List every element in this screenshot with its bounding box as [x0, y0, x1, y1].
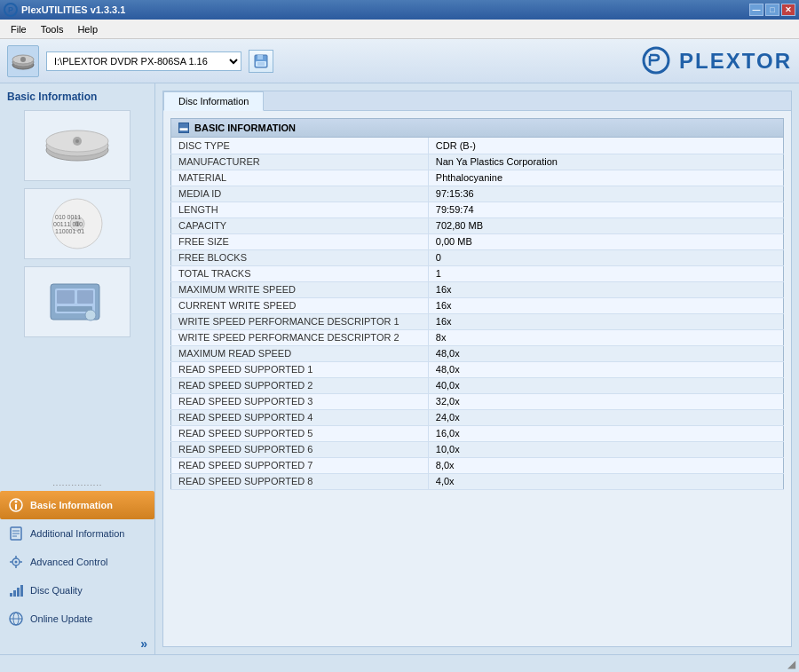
row-value: 16,0x: [428, 425, 783, 441]
svg-point-3: [20, 57, 26, 62]
row-key: READ SPEED SUPPORTED 7: [171, 457, 429, 473]
tab-bar: Disc Information: [163, 91, 791, 111]
sidebar-item-advanced-control[interactable]: Advanced Control: [0, 548, 154, 576]
row-key: READ SPEED SUPPORTED 6: [171, 441, 429, 457]
disc-quality-label: Disc Quality: [30, 585, 83, 596]
row-key: WRITE SPEED PERFORMANCE DESCRIPTOR 1: [171, 313, 429, 329]
row-value: CDR (B-): [428, 138, 783, 154]
menu-file[interactable]: File: [4, 22, 34, 36]
additional-info-icon: [7, 525, 25, 542]
row-key: LENGTH: [171, 202, 429, 217]
row-value: Nan Ya Plastics Corporation: [428, 154, 783, 170]
table-row: READ SPEED SUPPORTED 78,0x: [171, 457, 784, 473]
table-row: READ SPEED SUPPORTED 516,0x: [171, 425, 784, 441]
svg-rect-23: [77, 290, 93, 304]
row-value: 48,0x: [428, 345, 783, 361]
menu-tools[interactable]: Tools: [34, 22, 71, 36]
additional-info-label: Additional Information: [30, 528, 124, 539]
basic-info-label: Basic Information: [30, 500, 113, 510]
svg-text:00111 010: 00111 010: [53, 221, 83, 227]
row-value: 97:15:36: [428, 186, 783, 202]
row-key: CAPACITY: [171, 217, 429, 233]
row-value: 10,0x: [428, 441, 783, 457]
svg-rect-40: [13, 590, 16, 597]
svg-point-27: [15, 501, 18, 503]
row-value: 1: [428, 265, 783, 281]
table-row: MAXIMUM WRITE SPEED16x: [171, 281, 784, 297]
table-row: WRITE SPEED PERFORMANCE DESCRIPTOR 116x: [171, 313, 784, 329]
section-title: BASIC INFORMATION: [194, 123, 296, 133]
plextor-logo: PLEXTOR: [641, 45, 792, 76]
sidebar-more-arrow[interactable]: »: [0, 633, 154, 654]
table-row: READ SPEED SUPPORTED 332,0x: [171, 393, 784, 409]
svg-point-34: [15, 561, 18, 564]
minimize-button[interactable]: —: [749, 4, 763, 16]
row-key: READ SPEED SUPPORTED 8: [171, 473, 429, 489]
statusbar: ◢: [0, 654, 799, 672]
row-value: 4,0x: [428, 473, 783, 489]
table-container: ▬ BASIC INFORMATION DISC TYPECDR (B-)MAN…: [163, 111, 791, 646]
info-table: DISC TYPECDR (B-)MANUFACTURERNan Ya Plas…: [170, 138, 784, 490]
toolbar: I:\PLEXTOR DVDR PX-806SA 1.16 PLEXTOR: [0, 39, 799, 83]
drive-icon: [7, 45, 39, 77]
row-value: 0,00 MB: [428, 233, 783, 249]
menu-help[interactable]: Help: [70, 22, 105, 36]
save-button[interactable]: [249, 50, 273, 73]
table-row: FREE SIZE0,00 MB: [171, 233, 784, 249]
sidebar: Basic Information 010 0011 00111 010 110…: [0, 83, 155, 654]
row-value: 0: [428, 249, 783, 265]
disc-image-1: [24, 110, 131, 181]
table-row: READ SPEED SUPPORTED 148,0x: [171, 361, 784, 377]
table-row: MEDIA ID97:15:36: [171, 186, 784, 202]
row-key: TOTAL TRACKS: [171, 265, 429, 281]
table-row: LENGTH79:59:74: [171, 202, 784, 217]
basic-info-icon: [7, 496, 25, 514]
table-row: MANUFACTURERNan Ya Plastics Corporation: [171, 154, 784, 170]
svg-text:010 0011: 010 0011: [55, 214, 81, 220]
tab-disc-information[interactable]: Disc Information: [163, 91, 264, 111]
row-key: READ SPEED SUPPORTED 1: [171, 361, 429, 377]
drive-selector[interactable]: I:\PLEXTOR DVDR PX-806SA 1.16: [46, 51, 241, 71]
disc-quality-icon: [7, 581, 25, 599]
row-key: MAXIMUM WRITE SPEED: [171, 281, 429, 297]
maximize-button[interactable]: □: [765, 4, 779, 16]
sidebar-item-online-update[interactable]: Online Update: [0, 605, 154, 633]
svg-rect-42: [20, 585, 23, 597]
row-key: DISC TYPE: [171, 138, 429, 154]
row-value: 24,0x: [428, 409, 783, 425]
row-value: 8x: [428, 329, 783, 345]
row-value: 32,0x: [428, 393, 783, 409]
table-row: FREE BLOCKS0: [171, 249, 784, 265]
disc-image-3: [24, 266, 131, 337]
sidebar-dots: ‥‥‥‥‥‥‥‥: [0, 474, 154, 491]
svg-rect-7: [257, 62, 265, 66]
online-update-icon: [7, 610, 25, 628]
sidebar-item-disc-quality[interactable]: Disc Quality: [0, 576, 154, 605]
table-row: MAXIMUM READ SPEED48,0x: [171, 345, 784, 361]
collapse-icon[interactable]: ▬: [178, 123, 189, 133]
row-value: 702,80 MB: [428, 217, 783, 233]
row-value: 40,0x: [428, 377, 783, 393]
sidebar-item-additional-info[interactable]: Additional Information: [0, 519, 154, 548]
row-value: Phthalocyanine: [428, 170, 783, 186]
sidebar-item-basic-info[interactable]: Basic Information: [0, 491, 154, 519]
table-row: CURRENT WRITE SPEED16x: [171, 297, 784, 313]
svg-rect-28: [15, 504, 17, 510]
close-button[interactable]: ✕: [781, 4, 795, 16]
online-update-label: Online Update: [30, 613, 92, 624]
svg-rect-39: [10, 593, 12, 597]
row-value: 8,0x: [428, 457, 783, 473]
row-value: 16x: [428, 297, 783, 313]
svg-text:110001 01: 110001 01: [55, 228, 84, 234]
row-key: MANUFACTURER: [171, 154, 429, 170]
titlebar-left: P PlexUTILITIES v1.3.3.1: [4, 3, 125, 17]
main-layout: Basic Information 010 0011 00111 010 110…: [0, 83, 799, 654]
advanced-control-icon: [7, 553, 25, 571]
sidebar-title: Basic Information: [0, 83, 154, 107]
disc-image-2: 010 0011 00111 010 110001 01: [24, 188, 131, 259]
row-key: READ SPEED SUPPORTED 4: [171, 409, 429, 425]
row-key: FREE SIZE: [171, 233, 429, 249]
row-value: 79:59:74: [428, 202, 783, 217]
table-row: MATERIALPhthalocyanine: [171, 170, 784, 186]
row-value: 16x: [428, 313, 783, 329]
